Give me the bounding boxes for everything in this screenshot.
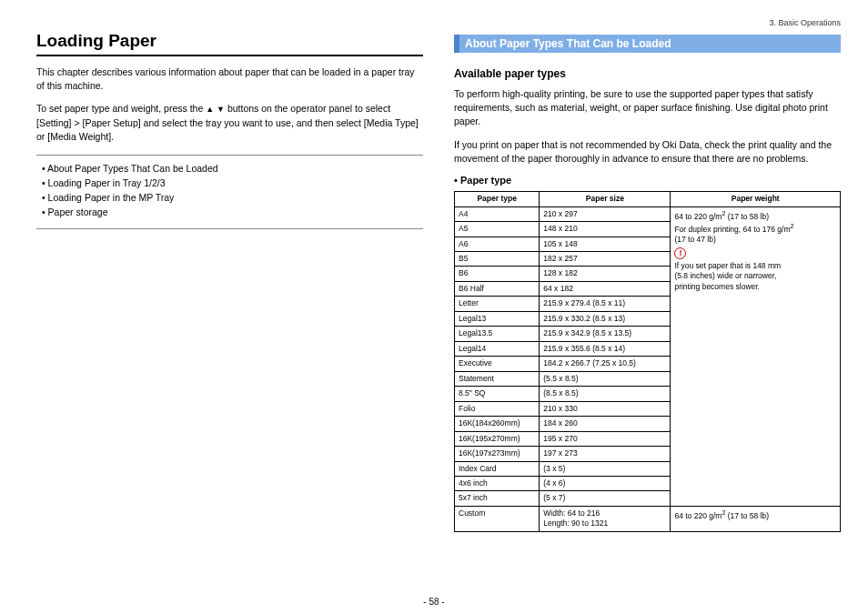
col-header: Paper size xyxy=(540,192,671,206)
cell-type: B6 xyxy=(455,267,540,281)
cell-size: 128 x 182 xyxy=(540,267,671,281)
cell-size: 105 x 148 xyxy=(540,237,671,251)
up-arrow-icon: ▲ xyxy=(206,105,214,114)
divider xyxy=(36,228,423,229)
cell-type: Legal13 xyxy=(455,311,540,326)
cell-type: Statement xyxy=(455,371,540,386)
custom-size-line: Length: 90 to 1321 xyxy=(543,518,608,528)
custom-size-line: Width: 64 to 216 xyxy=(543,508,600,518)
alert-icon: ! xyxy=(674,247,686,259)
cell-type: A5 xyxy=(455,222,540,237)
body-text: If you print on paper that is not recomm… xyxy=(454,138,841,166)
weight-line: (17 to 47 lb) xyxy=(674,235,715,244)
cell-size: 184 x 260 xyxy=(540,417,671,431)
cell-type: Executive xyxy=(455,357,540,371)
cell-weight: 64 to 220 g/m2 (17 to 58 lb) xyxy=(671,506,841,531)
cell-type: Legal13.5 xyxy=(455,327,540,341)
cell-size: 64 x 182 xyxy=(540,281,671,296)
cell-size: 148 x 210 xyxy=(540,222,671,237)
breadcrumb: 3. Basic Operations xyxy=(36,18,841,27)
cell-size: 182 x 257 xyxy=(540,251,671,266)
cell-size: 215.9 x 342.9 (8.5 x 13.5) xyxy=(540,327,671,341)
page-number: - 58 - xyxy=(0,597,868,607)
weight-line: 64 to 220 g/m xyxy=(674,211,722,220)
toc-list: About Paper Types That Can be Loaded Loa… xyxy=(36,163,423,217)
table-row: A4 210 x 297 64 to 220 g/m2 (17 to 58 lb… xyxy=(455,206,841,221)
cell-type: B5 xyxy=(455,251,540,266)
cell-type: B6 Half xyxy=(455,281,540,296)
squared: 2 xyxy=(791,223,794,229)
table-heading: Paper type xyxy=(454,175,841,186)
section-heading-bar: About Paper Types That Can be Loaded xyxy=(454,35,841,53)
weight-line: For duplex printing, 64 to 176 g/m xyxy=(674,225,790,234)
cell-size: (3 x 5) xyxy=(540,461,671,476)
cell-type: Custom xyxy=(455,506,540,531)
cell-size: 215.9 x 330.2 (8.5 x 13) xyxy=(540,311,671,326)
toc-item: Paper storage xyxy=(42,206,423,217)
toc-item: About Paper Types That Can be Loaded xyxy=(42,163,423,174)
paper-type-table: Paper type Paper size Paper weight A4 21… xyxy=(454,191,841,532)
cell-size: (5 x 7) xyxy=(540,491,671,506)
weight-line: (17 to 58 lb) xyxy=(725,511,769,520)
setup-pre: To set paper type and weight, press the xyxy=(36,103,206,114)
cell-type: Legal14 xyxy=(455,341,540,356)
setup-text: To set paper type and weight, press the … xyxy=(36,102,423,144)
col-header: Paper type xyxy=(455,192,540,206)
table-row: Custom Width: 64 to 216 Length: 90 to 13… xyxy=(455,506,841,531)
note-line: (5.8 inches) wide or narrower, xyxy=(674,271,776,280)
cell-size: 215.9 x 279.4 (8.5 x 11) xyxy=(540,297,671,311)
page-columns: Loading Paper This chapter describes var… xyxy=(36,31,841,532)
cell-type: Letter xyxy=(455,297,540,311)
body-text: To perform high-quality printing, be sur… xyxy=(454,87,841,129)
right-column: About Paper Types That Can be Loaded Ava… xyxy=(454,31,841,532)
cell-type: 16K(197x273mm) xyxy=(455,447,540,461)
cell-size: (8.5 x 8.5) xyxy=(540,387,671,401)
cell-size: 215.9 x 355.6 (8.5 x 14) xyxy=(540,341,671,356)
title-rule xyxy=(36,55,423,56)
cell-type: 16K(195x270mm) xyxy=(455,431,540,446)
cell-size: Width: 64 to 216 Length: 90 to 1321 xyxy=(540,506,671,531)
cell-type: Folio xyxy=(455,401,540,416)
cell-size: 197 x 273 xyxy=(540,447,671,461)
page-title: Loading Paper xyxy=(36,31,423,51)
weight-line: 64 to 220 g/m xyxy=(674,511,722,520)
cell-weight: 64 to 220 g/m2 (17 to 58 lb) For duplex … xyxy=(671,206,841,506)
cell-type: Index Card xyxy=(455,461,540,476)
cell-type: 5x7 inch xyxy=(455,491,540,506)
left-column: Loading Paper This chapter describes var… xyxy=(36,31,423,532)
down-arrow-icon: ▼ xyxy=(217,105,225,114)
cell-size: (4 x 6) xyxy=(540,477,671,491)
table-header-row: Paper type Paper size Paper weight xyxy=(455,192,841,206)
weight-line: (17 to 58 lb) xyxy=(725,211,769,220)
subheading: Available paper types xyxy=(454,67,841,80)
cell-type: A4 xyxy=(455,206,540,221)
col-header: Paper weight xyxy=(671,192,841,206)
cell-size: 210 x 297 xyxy=(540,206,671,221)
cell-size: 210 x 330 xyxy=(540,401,671,416)
cell-size: 184.2 x 266.7 (7.25 x 10.5) xyxy=(540,357,671,371)
cell-type: 8.5" SQ xyxy=(455,387,540,401)
cell-size: 195 x 270 xyxy=(540,431,671,446)
cell-type: A6 xyxy=(455,237,540,251)
intro-text: This chapter describes various informati… xyxy=(36,65,423,93)
note-line: If you set paper that is 148 mm xyxy=(674,261,781,270)
cell-type: 4x6 inch xyxy=(455,477,540,491)
divider xyxy=(36,155,423,156)
toc-item: Loading Paper in Tray 1/2/3 xyxy=(42,177,423,188)
cell-type: 16K(184x260mm) xyxy=(455,417,540,431)
cell-size: (5.5 x 8.5) xyxy=(540,371,671,386)
note-line: printing becomes slower. xyxy=(674,282,760,291)
toc-item: Loading Paper in the MP Tray xyxy=(42,192,423,203)
